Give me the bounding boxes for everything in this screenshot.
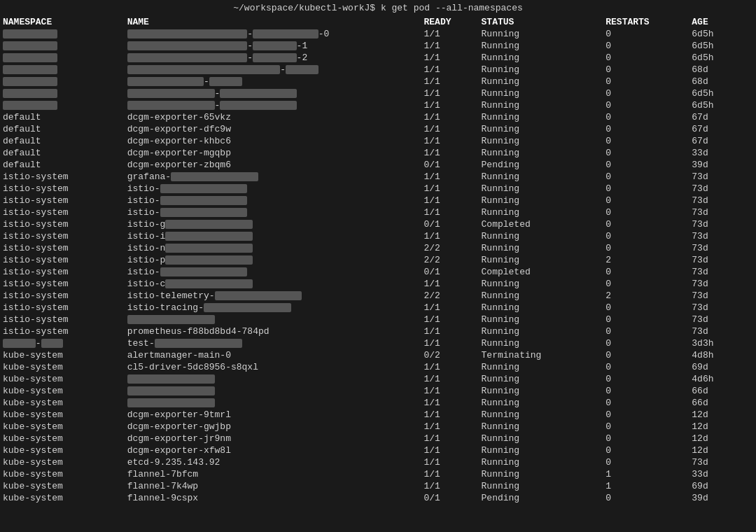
- cell-namespace: istio-system: [0, 266, 125, 278]
- cell-age: 4d6h: [689, 373, 756, 385]
- cell-name: ████████████████: [125, 385, 421, 397]
- cell-namespace: ██████-████: [0, 337, 125, 349]
- cell-namespace: default: [0, 159, 125, 171]
- cell-status: Running: [479, 28, 603, 40]
- table-row: istio-systemistio-n████████████████2/2Ru…: [0, 242, 756, 254]
- cell-name: ████████████████: [125, 397, 421, 409]
- cell-name: ████████████████: [125, 314, 421, 326]
- cell-name: cl5-driver-5dc8956-s8qxl: [125, 361, 421, 373]
- cell-status: Running: [479, 183, 603, 195]
- cell-namespace: ██████████: [0, 52, 125, 64]
- cell-restarts: 2: [603, 290, 689, 302]
- table-row: kube-systemetcd-9.235.143.921/1Running07…: [0, 456, 756, 468]
- cell-name: ████████████████-██████████████: [125, 99, 421, 111]
- cell-status: Running: [479, 480, 603, 492]
- cell-namespace: ██████████: [0, 99, 125, 111]
- cell-ready: 0/2: [421, 349, 479, 361]
- cell-name: ██████████████████████-████████████-0: [125, 28, 421, 40]
- cell-age: 6d5h: [689, 28, 756, 40]
- cell-restarts: 0: [603, 28, 689, 40]
- cell-restarts: 0: [603, 397, 689, 409]
- cell-status: Running: [479, 290, 603, 302]
- table-row: kube-system████████████████1/1Running066…: [0, 385, 756, 397]
- table-row: istio-system████████████████1/1Running07…: [0, 314, 756, 326]
- cell-ready: 1/1: [421, 230, 479, 242]
- cell-ready: 1/1: [421, 52, 479, 64]
- col-header-age: AGE: [689, 16, 756, 28]
- cell-namespace: istio-system: [0, 326, 125, 337]
- cell-name: grafana-████████████████: [125, 171, 421, 183]
- cell-name: ████████████████: [125, 373, 421, 385]
- cell-restarts: 0: [603, 302, 689, 314]
- cell-age: 68d: [689, 64, 756, 76]
- table-row: kube-system████████████████1/1Running066…: [0, 397, 756, 409]
- cell-status: Running: [479, 337, 603, 349]
- cell-namespace: kube-system: [0, 421, 125, 433]
- cell-restarts: 0: [603, 88, 689, 99]
- cell-ready: 1/1: [421, 421, 479, 433]
- table-row: defaultdcgm-exporter-mgqbp1/1Running033d: [0, 147, 756, 159]
- cell-ready: 1/1: [421, 206, 479, 218]
- cell-age: 6d5h: [689, 99, 756, 111]
- cell-status: Running: [479, 468, 603, 480]
- cell-name: dcgm-exporter-mgqbp: [125, 147, 421, 159]
- cell-ready: 0/1: [421, 218, 479, 230]
- cell-restarts: 0: [603, 230, 689, 242]
- cell-name: dcgm-exporter-khbc6: [125, 135, 421, 147]
- cell-name: flannel-7bfcm: [125, 468, 421, 480]
- cell-name: etcd-9.235.143.92: [125, 456, 421, 468]
- cell-restarts: 0: [603, 159, 689, 171]
- cell-status: Running: [479, 456, 603, 468]
- cell-age: 66d: [689, 397, 756, 409]
- cell-restarts: 0: [603, 64, 689, 76]
- cell-restarts: 0: [603, 76, 689, 88]
- cell-namespace: kube-system: [0, 444, 125, 456]
- cell-status: Running: [479, 373, 603, 385]
- cell-name: istio-p████████████████: [125, 254, 421, 266]
- cell-age: 73d: [689, 242, 756, 254]
- cell-restarts: 0: [603, 373, 689, 385]
- table-row: istio-systemgrafana-████████████████1/1R…: [0, 171, 756, 183]
- cell-ready: 0/1: [421, 159, 479, 171]
- cell-name: ████████████████████████████-██████: [125, 64, 421, 76]
- table-row: kube-systemcl5-driver-5dc8956-s8qxl1/1Ru…: [0, 361, 756, 373]
- cell-restarts: 0: [603, 349, 689, 361]
- cell-namespace: default: [0, 147, 125, 159]
- cell-status: Running: [479, 278, 603, 290]
- cell-namespace: istio-system: [0, 206, 125, 218]
- cell-restarts: 0: [603, 183, 689, 195]
- cell-status: Terminating: [479, 349, 603, 361]
- table-row: ██████████████████████████████████████-█…: [0, 64, 756, 76]
- table-row: defaultdcgm-exporter-dfc9w1/1Running067d: [0, 123, 756, 135]
- terminal: ~/workspace/kubectl-workJ$ k get pod --a…: [0, 0, 756, 532]
- cell-restarts: 0: [603, 456, 689, 468]
- cell-age: 39d: [689, 492, 756, 504]
- cell-age: 73d: [689, 183, 756, 195]
- cell-name: istio-telemetry-████████████████: [125, 290, 421, 302]
- cell-restarts: 1: [603, 468, 689, 480]
- table-row: ██████-████test-████████████████1/1Runni…: [0, 337, 756, 349]
- cell-restarts: 0: [603, 326, 689, 337]
- cell-ready: 1/1: [421, 76, 479, 88]
- cell-name: ████████████████-██████████████: [125, 88, 421, 99]
- cell-age: 67d: [689, 123, 756, 135]
- cell-restarts: 0: [603, 337, 689, 349]
- cell-namespace: kube-system: [0, 468, 125, 480]
- table-row: kube-systemflannel-7k4wp1/1Running169d: [0, 480, 756, 492]
- cell-status: Running: [479, 64, 603, 76]
- cell-restarts: 0: [603, 421, 689, 433]
- cell-name: dcgm-exporter-dfc9w: [125, 123, 421, 135]
- cell-status: Running: [479, 147, 603, 159]
- cell-ready: 1/1: [421, 99, 479, 111]
- cell-namespace: kube-system: [0, 409, 125, 421]
- cell-status: Running: [479, 326, 603, 337]
- cell-age: 73d: [689, 290, 756, 302]
- cell-ready: 1/1: [421, 278, 479, 290]
- cell-namespace: kube-system: [0, 361, 125, 373]
- cell-ready: 1/1: [421, 337, 479, 349]
- cell-age: 3d3h: [689, 337, 756, 349]
- table-row: istio-systemistio-████████████████1/1Run…: [0, 206, 756, 218]
- title-bar: ~/workspace/kubectl-workJ$ k get pod --a…: [0, 0, 756, 16]
- cell-name: istio-g████████████████: [125, 218, 421, 230]
- cell-restarts: 0: [603, 147, 689, 159]
